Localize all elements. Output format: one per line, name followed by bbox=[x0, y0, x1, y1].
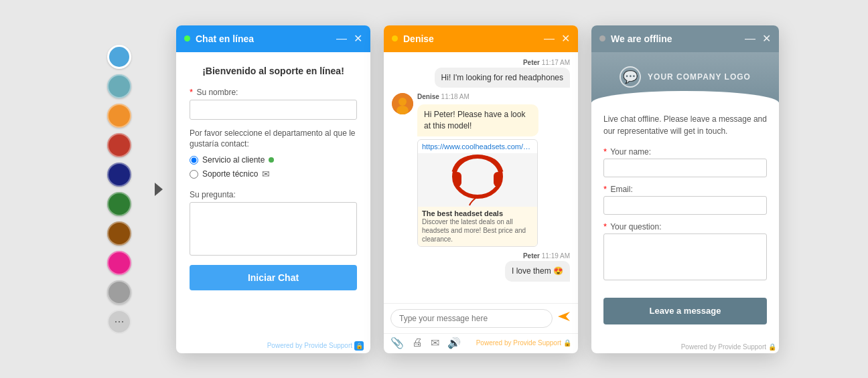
dept-label: Por favor seleccione el departamento al … bbox=[190, 128, 357, 151]
msg-bubble-peter1: Hi! I'm looking for red headphones bbox=[435, 68, 570, 88]
chat-window-offline: We are offline — ✕ 💬 YOUR COMPANY LOGO L… bbox=[591, 25, 779, 353]
msg-bubble-denise1: Hi Peter! Please have a look at this mod… bbox=[417, 104, 538, 136]
leave-message-button[interactable]: Leave a message bbox=[603, 298, 767, 324]
link-card-title: The best headset deals bbox=[422, 209, 533, 217]
swatch-gray[interactable] bbox=[107, 280, 131, 304]
powered-by3-text: Powered by Provide Support bbox=[681, 343, 766, 351]
dept-soporte-label: Soporte técnico bbox=[202, 169, 258, 179]
offline-name-label: * Your name: bbox=[603, 147, 767, 157]
headphones-image bbox=[418, 153, 537, 207]
window1-header: Chat en línea — ✕ bbox=[176, 25, 370, 52]
svg-rect-6 bbox=[494, 172, 502, 187]
window3-close-button[interactable]: ✕ bbox=[762, 33, 771, 44]
link-card-text: The best headset deals Discover the late… bbox=[418, 207, 537, 246]
svg-point-1 bbox=[399, 98, 407, 106]
send-message-button[interactable] bbox=[557, 309, 571, 327]
msg-meta-peter2: Peter 11:19 AM bbox=[523, 252, 570, 260]
company-logo: 💬 YOUR COMPANY LOGO bbox=[620, 66, 751, 88]
chat-windows-container: Chat en línea — ✕ ¡Bienvenido al soporte… bbox=[163, 5, 792, 373]
window1-powered-by: Powered by Provide Support 🔒 bbox=[176, 337, 370, 353]
denise-messages: Denise 11:18 AM Hi Peter! Please have a … bbox=[417, 93, 569, 247]
link-url[interactable]: https://www.coolheadsets.com/headpho... bbox=[418, 140, 537, 153]
more-swatches-button[interactable]: ··· bbox=[107, 310, 131, 334]
swatch-brown[interactable] bbox=[107, 221, 131, 246]
start-chat-button[interactable]: Iniciar Chat bbox=[190, 265, 357, 290]
powered-by2-icon: 🔒 bbox=[563, 339, 571, 347]
swatch-pink[interactable] bbox=[107, 251, 131, 275]
window3-title: We are offline bbox=[611, 33, 739, 44]
offline-email-label: * Email: bbox=[603, 184, 767, 194]
svg-rect-5 bbox=[453, 172, 461, 187]
dept-option-soporte[interactable]: Soporte técnico ✉ bbox=[190, 169, 357, 179]
name-input[interactable] bbox=[190, 100, 357, 120]
agent-row-denise1: Denise 11:18 AM Hi Peter! Please have a … bbox=[392, 93, 570, 247]
window2-title: Denise bbox=[403, 33, 538, 44]
email-toolbar-icon[interactable]: ✉ bbox=[431, 337, 439, 349]
link-card-desc: Discover the latest deals on all headset… bbox=[422, 217, 533, 244]
dept-radio-soporte[interactable] bbox=[190, 170, 198, 179]
window3-header-actions: — ✕ bbox=[745, 33, 771, 44]
chat-messages-list: Peter 11:17 AM Hi! I'm looking for red h… bbox=[384, 52, 578, 303]
question-textarea[interactable] bbox=[190, 202, 357, 256]
attachment-icon[interactable]: 📎 bbox=[390, 337, 404, 349]
chat-window-denise: Denise — ✕ Peter 11:17 AM Hi! I'm lookin… bbox=[384, 25, 578, 353]
link-preview-card: https://www.coolheadsets.com/headpho... bbox=[417, 139, 538, 247]
msg-meta-denise1: Denise 11:18 AM bbox=[417, 93, 569, 100]
denise-online-dot bbox=[392, 35, 398, 41]
dept-radio-servicio[interactable] bbox=[190, 156, 198, 165]
offline-name-row: * Your name: bbox=[603, 147, 767, 177]
required-indicator-question: * bbox=[603, 221, 607, 231]
logo-text: YOUR COMPANY LOGO bbox=[648, 72, 751, 82]
window1-body: ¡Bienvenido al soporte en línea! * Su no… bbox=[176, 52, 370, 337]
window2-powered-by: Powered by Provide Support 🔒 bbox=[476, 339, 571, 347]
offline-description: Live chat offline. Please leave a messag… bbox=[603, 113, 767, 137]
swatch-blue[interactable] bbox=[107, 45, 131, 69]
chat-message-input[interactable] bbox=[390, 309, 553, 328]
email-icon: ✉ bbox=[262, 169, 270, 179]
online-indicator-icon bbox=[184, 35, 190, 41]
arrow-right-icon bbox=[155, 183, 163, 196]
window2-header-actions: — ✕ bbox=[544, 33, 570, 44]
window3-powered-by: Powered by Provide Support 🔒 bbox=[591, 339, 779, 353]
message-denise-1: Denise 11:18 AM Hi Peter! Please have a … bbox=[392, 93, 570, 247]
powered-by3-icon: 🔒 bbox=[768, 343, 776, 351]
print-icon[interactable]: 🖨 bbox=[412, 337, 423, 349]
logo-bubble-icon: 💬 bbox=[620, 66, 641, 88]
swatch-red[interactable] bbox=[107, 133, 131, 157]
window2-minimize-button[interactable]: — bbox=[544, 33, 555, 44]
powered-by-text: Powered by Provide Support bbox=[267, 342, 352, 349]
swatch-teal[interactable] bbox=[107, 74, 131, 98]
message-peter-1: Peter 11:17 AM Hi! I'm looking for red h… bbox=[392, 59, 570, 88]
offline-body: Live chat offline. Please leave a messag… bbox=[591, 102, 779, 339]
swatch-green[interactable] bbox=[107, 192, 131, 216]
required-indicator-name: * bbox=[603, 147, 607, 157]
window1-minimize-button[interactable]: — bbox=[336, 33, 347, 44]
message-peter-2: Peter 11:19 AM I love them 😍 bbox=[392, 252, 570, 282]
required-indicator-email: * bbox=[603, 184, 607, 194]
window1-title: Chat en línea bbox=[196, 33, 331, 44]
welcome-message: ¡Bienvenido al soporte en línea! bbox=[190, 66, 357, 76]
window3-header: We are offline — ✕ bbox=[591, 25, 779, 52]
offline-name-input[interactable] bbox=[603, 159, 767, 177]
denise-avatar bbox=[392, 93, 413, 114]
window2-header: Denise — ✕ bbox=[384, 25, 578, 52]
window3-minimize-button[interactable]: — bbox=[745, 33, 755, 44]
swatch-orange[interactable] bbox=[107, 104, 131, 128]
offline-indicator-dot bbox=[599, 35, 605, 41]
offline-question-row: * Your question: bbox=[603, 221, 767, 283]
dept-servicio-label: Servicio al cliente bbox=[202, 155, 265, 165]
servicio-online-dot bbox=[269, 157, 274, 163]
powered-by2-text: Powered by Provide Support bbox=[476, 339, 561, 347]
window1-header-actions: — ✕ bbox=[336, 33, 362, 44]
chat-window-spanish: Chat en línea — ✕ ¡Bienvenido al soporte… bbox=[176, 25, 370, 353]
volume-icon[interactable]: 🔊 bbox=[447, 337, 461, 349]
offline-email-row: * Email: bbox=[603, 184, 767, 215]
swatch-darkblue[interactable] bbox=[107, 163, 131, 187]
window2-close-button[interactable]: ✕ bbox=[561, 33, 570, 44]
window1-close-button[interactable]: ✕ bbox=[354, 33, 362, 44]
offline-question-textarea[interactable] bbox=[603, 233, 767, 280]
chat-input-area bbox=[384, 303, 578, 333]
dept-option-servicio[interactable]: Servicio al cliente bbox=[190, 155, 357, 165]
offline-question-label: * Your question: bbox=[603, 221, 767, 231]
offline-email-input[interactable] bbox=[603, 196, 767, 215]
